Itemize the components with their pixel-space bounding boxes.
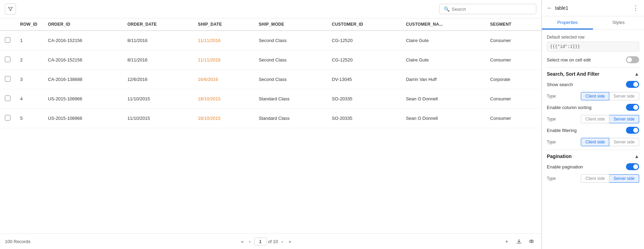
- customer-id-cell: CG-12520: [327, 50, 401, 70]
- default-selected-row-label: Default selected row: [547, 35, 639, 40]
- col-header-segment[interactable]: SEGMENT: [485, 18, 541, 31]
- segment-cell: Consumer: [485, 109, 541, 128]
- ship-mode-cell: Standard Class: [254, 109, 327, 128]
- view-button[interactable]: [527, 236, 536, 246]
- sorting-server-side-btn[interactable]: Server side: [609, 115, 639, 123]
- search-sort-filter-collapse-btn[interactable]: ▲: [634, 71, 639, 77]
- search-type-row: Type Client side Server side: [547, 92, 639, 100]
- divider-2: [547, 150, 639, 150]
- search-type-label: Type: [547, 94, 556, 99]
- sorting-type-row: Type Client side Server side: [547, 115, 639, 123]
- order-date-cell: 11/10/2015: [123, 109, 193, 128]
- filtering-server-side-btn[interactable]: Server side: [609, 138, 639, 146]
- col-header-ship-mode[interactable]: SHIP_MODE: [254, 18, 327, 31]
- row-checkbox[interactable]: [5, 96, 10, 101]
- order-date-cell: 11/10/2015: [123, 89, 193, 109]
- enable-pagination-row: Enable pagination: [547, 163, 639, 170]
- pagination-server-side-btn[interactable]: Server side: [609, 174, 639, 183]
- back-button[interactable]: ←: [547, 5, 552, 11]
- col-header-order-date[interactable]: ORDER_DATE: [123, 18, 193, 31]
- pagination-type-label: Type: [547, 176, 556, 181]
- col-header-customer-id[interactable]: CUSTOMER_ID: [327, 18, 401, 31]
- customer-name-cell: Claire Gute: [401, 50, 485, 70]
- order-id-cell: US-2015-108966: [43, 109, 123, 128]
- ship-mode-cell: Second Class: [254, 50, 327, 70]
- sorting-client-side-btn[interactable]: Client side: [581, 115, 609, 123]
- pagination-section-header: Pagination ▲: [547, 153, 639, 159]
- col-header-row-id[interactable]: ROW_ID: [15, 18, 43, 31]
- table-row[interactable]: 3CA-2016-13868812/6/201616/6/2016Second …: [0, 70, 541, 89]
- row-id-cell: 5: [15, 109, 43, 128]
- col-header-customer-name[interactable]: CUSTOMER_NA...: [401, 18, 485, 31]
- filter-button[interactable]: [5, 3, 16, 15]
- pagination-collapse-btn[interactable]: ▲: [634, 153, 639, 159]
- tab-properties[interactable]: Properties: [542, 16, 593, 30]
- add-row-button[interactable]: ＋: [502, 236, 511, 246]
- customer-id-cell: SO-20335: [327, 109, 401, 128]
- sorting-type-label: Type: [547, 117, 556, 122]
- ship-mode-cell: Second Class: [254, 70, 327, 89]
- enable-pagination-toggle[interactable]: [626, 163, 639, 170]
- top-bar: 🔍: [0, 0, 541, 18]
- ship-date-cell: 11/11/2016: [193, 50, 254, 70]
- row-checkbox-cell: [0, 89, 15, 109]
- order-date-cell: 8/11/2016: [123, 50, 193, 70]
- customer-id-cell: DV-13045: [327, 70, 401, 89]
- divider-1: [547, 67, 639, 68]
- row-id-cell: 1: [15, 31, 43, 50]
- search-icon: 🔍: [444, 6, 450, 12]
- row-checkbox[interactable]: [5, 76, 10, 82]
- order-id-cell: CA-2016-138688: [43, 70, 123, 89]
- enable-column-sorting-toggle[interactable]: [626, 104, 639, 111]
- tab-styles[interactable]: Styles: [593, 16, 644, 30]
- table-row[interactable]: 2CA-2016-1521568/11/201611/11/2016Second…: [0, 50, 541, 70]
- enable-filtering-toggle[interactable]: [626, 127, 639, 134]
- svg-point-0: [529, 240, 534, 243]
- customer-id-cell: CG-12520: [327, 31, 401, 50]
- data-table: ROW_ID ORDER_ID ORDER_DATE SHIP_DATE SHI…: [0, 18, 541, 128]
- customer-name-cell: Sean O Donnell: [401, 89, 485, 109]
- ship-mode-cell: Second Class: [254, 31, 327, 50]
- pagination-type-btn-group: Client side Server side: [581, 174, 639, 183]
- col-header-order-id[interactable]: ORDER_ID: [43, 18, 123, 31]
- last-page-button[interactable]: »: [286, 238, 293, 246]
- main-table-area: 🔍 ROW_ID ORDER_ID ORDER_DATE SHIP_DATE S…: [0, 0, 542, 249]
- col-header-ship-date[interactable]: SHIP_DATE: [193, 18, 254, 31]
- filtering-type-btn-group: Client side Server side: [581, 138, 639, 146]
- ship-date-cell: 16/6/2016: [193, 70, 254, 89]
- next-page-button[interactable]: ›: [279, 238, 285, 246]
- table-row[interactable]: 5US-2015-10896611/10/201518/10/2015Stand…: [0, 109, 541, 128]
- download-button[interactable]: [514, 236, 524, 246]
- default-selected-row-value[interactable]: {{{"id":1}}}: [547, 42, 639, 51]
- ship-date-cell: 18/10/2015: [193, 89, 254, 109]
- panel-header: ← table1 ⋮: [542, 0, 644, 16]
- show-search-toggle[interactable]: [626, 81, 639, 88]
- ship-date-cell: 18/10/2015: [193, 109, 254, 128]
- pagination-client-side-btn[interactable]: Client side: [581, 174, 609, 183]
- enable-column-sorting-row: Enable column sorting: [547, 104, 639, 111]
- order-id-cell: CA-2016-152156: [43, 31, 123, 50]
- search-server-side-btn[interactable]: Server side: [609, 92, 639, 100]
- table-container: ROW_ID ORDER_ID ORDER_DATE SHIP_DATE SHI…: [0, 18, 541, 233]
- filtering-client-side-btn[interactable]: Client side: [581, 138, 609, 146]
- row-checkbox[interactable]: [5, 115, 10, 121]
- enable-column-sorting-label: Enable column sorting: [547, 105, 592, 110]
- search-client-side-btn[interactable]: Client side: [581, 92, 609, 100]
- pagination-bar: 100 Records « ‹ of 10 › » ＋: [0, 233, 541, 249]
- enable-filtering-label: Enable filtering: [547, 128, 577, 133]
- order-id-cell: US-2015-108966: [43, 89, 123, 109]
- select-row-on-cell-edit-row: Select row on cell edit: [547, 56, 639, 63]
- table-row[interactable]: 1CA-2016-1521568/11/201611/11/2016Second…: [0, 31, 541, 50]
- search-input[interactable]: [452, 7, 532, 12]
- row-checkbox[interactable]: [5, 37, 10, 43]
- more-options-button[interactable]: ⋮: [633, 4, 639, 12]
- pagination-actions: ＋: [502, 236, 536, 246]
- table-row[interactable]: 4US-2015-10896611/10/201518/10/2015Stand…: [0, 89, 541, 109]
- page-number-input[interactable]: [254, 238, 267, 246]
- first-page-button[interactable]: «: [239, 238, 245, 246]
- panel-header-left: ← table1: [547, 5, 568, 11]
- row-checkbox[interactable]: [5, 57, 10, 62]
- table-header-row: ROW_ID ORDER_ID ORDER_DATE SHIP_DATE SHI…: [0, 18, 541, 31]
- select-row-on-cell-edit-toggle[interactable]: [626, 56, 639, 63]
- prev-page-button[interactable]: ‹: [247, 238, 253, 246]
